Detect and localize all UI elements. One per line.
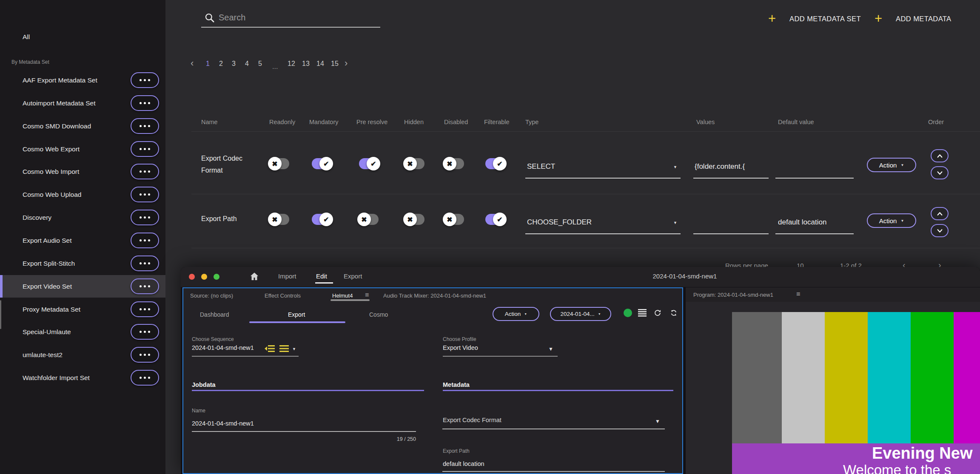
type-select[interactable]: CHOOSE_FOLDER bbox=[527, 218, 592, 227]
panel-menu-icon[interactable]: ≡ bbox=[796, 291, 800, 297]
tab-import[interactable]: Import bbox=[278, 272, 296, 280]
panel-tab-helmut4[interactable]: Helmut4 bbox=[332, 292, 353, 299]
page-next-icon[interactable]: › bbox=[345, 58, 348, 69]
toggle-filterable[interactable]: ✔ bbox=[485, 158, 505, 169]
sidebar-item-watchfolder[interactable]: Watchfolder Import Set bbox=[0, 366, 165, 389]
hamburger-icon[interactable] bbox=[279, 345, 289, 352]
sidebar-item-cosmo-smd[interactable]: Cosmo SMD Download bbox=[0, 115, 165, 137]
item-menu-button[interactable] bbox=[131, 347, 159, 363]
values-input[interactable]: {folder.content.{ bbox=[695, 162, 769, 171]
panel-tab-effect-controls[interactable]: Effect Controls bbox=[265, 292, 301, 299]
item-menu-button[interactable] bbox=[131, 118, 159, 134]
search-input[interactable] bbox=[219, 10, 372, 25]
page-button-13[interactable]: 13 bbox=[302, 60, 310, 68]
item-menu-button[interactable] bbox=[131, 255, 159, 271]
name-field-value[interactable]: 2024-01-04-smd-new1 bbox=[192, 420, 254, 427]
toggle-pre-resolve[interactable]: ✔ bbox=[359, 158, 379, 169]
order-up-button[interactable] bbox=[931, 207, 949, 220]
type-select[interactable]: SELECT bbox=[527, 162, 555, 171]
item-menu-button[interactable] bbox=[131, 141, 159, 157]
action-button[interactable]: Action▼ bbox=[867, 213, 916, 228]
action-button[interactable]: Action▼ bbox=[867, 158, 916, 172]
toggle-readonly[interactable]: ✖ bbox=[270, 214, 289, 225]
sequence-list-icon[interactable] bbox=[265, 345, 275, 352]
toggle-hidden[interactable]: ✖ bbox=[405, 158, 424, 169]
item-menu-button[interactable] bbox=[131, 187, 159, 202]
sidebar-item-special-umlaute[interactable]: Special-Umlaute bbox=[0, 321, 165, 343]
helmut-tab-dashboard[interactable]: Dashboard bbox=[200, 311, 229, 318]
sidebar-all-label: All bbox=[23, 33, 30, 41]
sidebar-item-export-video[interactable]: Export Video Set bbox=[0, 275, 165, 298]
toggle-disabled[interactable]: ✖ bbox=[444, 214, 464, 225]
sidebar-item-autoimport[interactable]: Autoimport Metadata Set bbox=[0, 92, 165, 114]
sidebar-item-cosmo-web-upload[interactable]: Cosmo Web Upload bbox=[0, 183, 165, 206]
values-input[interactable] bbox=[693, 233, 769, 234]
choose-sequence-value[interactable]: 2024-01-04-smd-new1 bbox=[192, 344, 254, 351]
choose-profile-select[interactable]: Export Video bbox=[443, 344, 478, 351]
helmut-tab-export[interactable]: Export bbox=[288, 311, 305, 318]
sidebar-item-aaf-export[interactable]: AAF Export Metadata Set bbox=[0, 69, 165, 91]
home-icon[interactable] bbox=[249, 271, 259, 281]
item-menu-button[interactable] bbox=[131, 278, 159, 294]
path-field-value[interactable]: default location bbox=[443, 460, 484, 467]
toggle-filterable[interactable]: ✔ bbox=[485, 214, 505, 225]
page-button-5[interactable]: 5 bbox=[258, 60, 262, 68]
action-dropdown[interactable]: Action▼ bbox=[493, 307, 539, 321]
page-button-12[interactable]: 12 bbox=[288, 60, 295, 68]
panel-tab-audio-mixer[interactable]: Audio Track Mixer: 2024-01-04-smd-new1 bbox=[383, 292, 486, 299]
sidebar-item-umlaute-test2[interactable]: umlaute-test2 bbox=[0, 343, 165, 366]
page-button-4[interactable]: 4 bbox=[245, 60, 249, 68]
window-titlebar[interactable]: Import Edit Export 2024-01-04-smd-new1 bbox=[181, 267, 980, 287]
page-button-2[interactable]: 2 bbox=[219, 60, 223, 68]
item-menu-button[interactable] bbox=[131, 164, 159, 179]
sidebar-item-cosmo-web-export[interactable]: Cosmo Web Export bbox=[0, 138, 165, 160]
sidebar-item-export-audio[interactable]: Export Audio Set bbox=[0, 229, 165, 252]
refresh-icon[interactable] bbox=[653, 309, 662, 317]
maximize-icon[interactable] bbox=[214, 274, 219, 280]
add-metadata-set-button[interactable]: + ADD METADATA SET bbox=[768, 10, 861, 27]
toggle-hidden[interactable]: ✖ bbox=[405, 214, 424, 225]
project-dropdown[interactable]: 2024-01-04...▼ bbox=[550, 307, 611, 321]
sidebar-item-export-split-stitch[interactable]: Export Split-Stitch bbox=[0, 252, 165, 275]
tab-edit[interactable]: Edit bbox=[316, 272, 327, 280]
helmut-tab-cosmo[interactable]: Cosmo bbox=[369, 311, 388, 318]
item-menu-button[interactable] bbox=[131, 301, 159, 317]
panel-tab-source[interactable]: Source: (no clips) bbox=[190, 292, 233, 299]
panel-tab-program[interactable]: Program: 2024-01-04-smd-new1 bbox=[693, 292, 773, 298]
order-down-button[interactable] bbox=[931, 224, 949, 237]
item-menu-button[interactable] bbox=[131, 72, 159, 88]
order-down-button[interactable] bbox=[931, 166, 949, 179]
list-icon[interactable] bbox=[638, 309, 647, 317]
sidebar-item-proxy[interactable]: Proxy Metadata Set bbox=[0, 298, 165, 321]
item-menu-button[interactable] bbox=[131, 210, 159, 225]
default-value-input[interactable] bbox=[775, 178, 854, 179]
page-button-14[interactable]: 14 bbox=[316, 60, 324, 68]
chevron-down-icon[interactable]: ▼ bbox=[292, 347, 296, 351]
page-button-15[interactable]: 15 bbox=[331, 60, 339, 68]
close-icon[interactable] bbox=[189, 274, 195, 280]
item-menu-button[interactable] bbox=[131, 370, 159, 386]
order-up-button[interactable] bbox=[931, 149, 949, 162]
codec-select[interactable]: Export Codec Format bbox=[443, 417, 501, 423]
panel-menu-icon[interactable]: ≡ bbox=[365, 292, 369, 298]
sidebar-item-cosmo-web-import[interactable]: Cosmo Web Import bbox=[0, 160, 165, 183]
minimize-icon[interactable] bbox=[201, 274, 207, 280]
item-menu-button[interactable] bbox=[131, 95, 159, 111]
default-value-input[interactable]: default location bbox=[778, 218, 826, 227]
page-button-3[interactable]: 3 bbox=[232, 60, 236, 68]
toggle-readonly[interactable]: ✖ bbox=[270, 158, 289, 169]
page-button-1[interactable]: 1 bbox=[206, 60, 210, 68]
page-prev-icon[interactable]: ‹ bbox=[191, 58, 194, 69]
toggle-disabled[interactable]: ✖ bbox=[444, 158, 464, 169]
tab-export[interactable]: Export bbox=[344, 272, 362, 280]
toggle-mandatory[interactable]: ✔ bbox=[312, 158, 331, 169]
sync-icon[interactable] bbox=[669, 309, 678, 317]
sidebar-item-all[interactable]: All bbox=[0, 26, 165, 48]
add-metadata-button[interactable]: + ADD METADATA bbox=[875, 10, 952, 27]
sidebar-item-discovery[interactable]: Discovery bbox=[0, 206, 165, 229]
item-menu-button[interactable] bbox=[131, 233, 159, 248]
toggle-mandatory[interactable]: ✔ bbox=[312, 214, 331, 225]
item-menu-button[interactable] bbox=[131, 324, 159, 340]
toggle-pre-resolve[interactable]: ✖ bbox=[359, 214, 379, 225]
sidebar-scrollbar[interactable] bbox=[0, 300, 1, 329]
